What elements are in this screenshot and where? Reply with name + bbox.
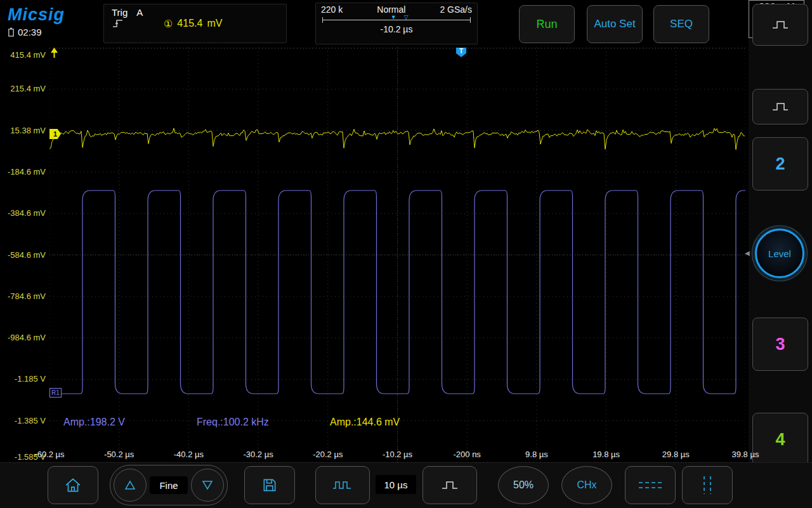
chx-button[interactable]: CHx [561,466,612,504]
autoset-button[interactable]: Auto Set [587,5,643,43]
measurement-readout[interactable]: Amp.:144.6 mV [330,417,400,428]
acquisition-box[interactable]: 220 k Normal 2 GSa/s ▼ ▽ -10.2 µs [315,3,478,44]
battery-icon [8,27,15,37]
trigger-level-unit: mV [207,18,222,29]
x-axis-label: 9.8 µs [508,450,566,459]
pulse-icon [440,479,459,491]
x-axis-label: -50.2 µs [90,450,148,459]
right-control-bar: 200 mV L 1M 200X 2 Level ◀ 3 4 [749,0,812,508]
home-button[interactable] [48,466,98,504]
x-axis-label: 39.8 µs [716,450,775,459]
trig-source: A [136,7,143,18]
oscilloscope-screen: Micsig 02:39 TrigA ① 415.4 mV 220 k Norm… [0,0,812,508]
micsig-logo: Micsig [8,5,65,25]
x-axis-label: -20.2 µs [299,450,357,459]
trigger-title: TrigA [112,7,161,18]
x-axis-label: -200 ns [438,450,496,459]
multi-pulse-icon [332,479,353,491]
trig-label: Trig [112,7,128,18]
y-axis-label: 15.38 mV [0,126,46,135]
y-axis-label: -1.385 V [0,416,46,425]
seq-button[interactable]: SEQ [653,5,709,43]
x-axis-label: -40.2 µs [159,450,218,459]
trigger-mode-button[interactable] [752,89,808,124]
measurement-readout[interactable]: Amp.:198.2 V [63,417,125,428]
rising-edge-icon [112,18,124,29]
vertical-cursors-button[interactable] [682,466,733,504]
y-axis-label: 415.4 mV [0,50,46,60]
pulse-icon [771,101,790,112]
fine-adjust-group: Fine [110,465,228,505]
trigger-slope-button[interactable] [752,4,808,46]
trigger-level-value: 415.4 [177,18,202,29]
triangle-up-icon [124,479,136,491]
memory-depth: 220 k [321,4,343,15]
channel-3-button[interactable]: 3 [752,318,808,371]
y-axis-label: -384.6 mV [0,208,46,218]
sample-rate: 2 GSa/s [440,4,472,15]
timebase-value[interactable]: 10 µs [376,475,416,494]
knob-pointer-icon: ◀ [745,250,750,257]
ref-r1-marker[interactable]: R1 [49,388,62,398]
y-axis-label: -1.185 V [0,374,46,384]
adjust-down-button[interactable] [191,469,224,502]
bottom-toolbar: Fine 10 µs 50% CHx [0,462,812,508]
triangle-down-icon [201,479,214,491]
save-button[interactable] [244,466,295,504]
timebase-zoom-out-button[interactable] [315,466,370,504]
pulse-icon [771,18,790,31]
save-icon [261,477,278,493]
fine-mode-label[interactable]: Fine [150,476,188,494]
horizontal-offset: -10.2 µs [321,24,472,34]
fifty-percent-button[interactable]: 50% [498,466,549,504]
acquisition-mode: Normal [377,4,405,15]
x-axis-label: 19.8 µs [577,450,636,459]
run-button[interactable]: Run [519,5,575,43]
channel-1-badge: ① [164,18,173,30]
trigger-level-readout: ① 415.4 mV [161,4,286,43]
trigger-info-box[interactable]: TrigA ① 415.4 mV [103,4,287,43]
x-axis-label: 29.8 µs [646,450,705,459]
y-axis-label: -984.6 mV [0,333,46,342]
y-axis-label: 215.4 mV [0,84,46,93]
level-knob[interactable]: Level [755,229,804,278]
timebase-zoom-in-button[interactable] [422,466,477,504]
trigger-position-marker-icon: ▽ [404,14,409,20]
trigger-level-up-arrow-icon [49,48,59,58]
y-axis-label: -184.6 mV [0,167,46,177]
y-axis-label: -784.6 mV [0,291,46,301]
x-axis-label: -60.2 µs [20,450,79,459]
vertical-dashed-icon [699,475,716,495]
x-axis-label: -30.2 µs [229,450,287,459]
measurement-readout[interactable]: Freq.:100.2 kHz [197,417,269,428]
status-time: 02:39 [8,27,42,37]
channel-2-button[interactable]: 2 [752,137,808,190]
waveform-display[interactable]: 1 R1 T Amp.:198.2 VFreq.:100.2 kHzAmp.:1… [49,48,745,462]
adjust-up-button[interactable] [114,469,147,502]
horizontal-dashed-icon [638,478,663,492]
clock: 02:39 [18,27,42,37]
window-marker-icon: ▼ [391,14,396,20]
x-axis-label: -10.2 µs [369,450,427,459]
y-axis-label: -584.6 mV [0,250,46,260]
timebase-position-bar: ▼ ▽ [322,15,471,24]
horizontal-cursors-button[interactable] [625,466,676,504]
graticule-and-waveforms [49,48,745,462]
home-icon [64,477,82,493]
